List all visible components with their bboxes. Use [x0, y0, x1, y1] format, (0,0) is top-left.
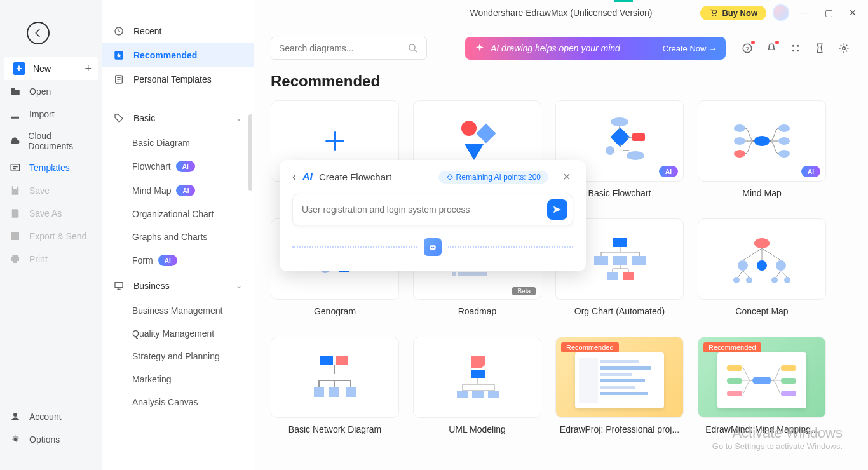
sidebar-label: Account: [29, 412, 62, 422]
svg-rect-51: [623, 272, 634, 280]
svg-rect-46: [613, 238, 627, 247]
nav-group-basic[interactable]: Basic ⌄: [102, 105, 254, 131]
user-avatar[interactable]: [773, 4, 789, 21]
sidebar-item-print[interactable]: Print: [0, 248, 102, 271]
svg-rect-66: [457, 391, 468, 398]
svg-point-27: [734, 137, 745, 145]
plus-icon: +: [85, 62, 92, 76]
sidebar-item-import[interactable]: Import: [0, 103, 102, 126]
sidebar-item-options[interactable]: Options: [0, 428, 102, 451]
nav-group-business[interactable]: Business ⌄: [102, 272, 254, 299]
nav-mind-map[interactable]: Mind MapAI: [102, 178, 254, 203]
popup-close-button[interactable]: ✕: [560, 171, 573, 183]
sidebar-item-save-as[interactable]: Save As: [0, 202, 102, 225]
nav-label: Personal Templates: [133, 74, 212, 84]
ai-drawing-banner[interactable]: AI drawing helps open your mind Create N…: [465, 37, 726, 60]
help-button[interactable]: ?: [740, 41, 755, 56]
nav-form[interactable]: FormAI: [102, 248, 254, 272]
card-label: EdrawProj: Professional proj...: [557, 418, 682, 441]
template-card-mind-map[interactable]: AI Mind Map: [698, 100, 826, 205]
nav-basic-diagram[interactable]: Basic Diagram: [102, 131, 254, 154]
svg-point-59: [784, 277, 790, 283]
svg-point-7: [712, 15, 714, 16]
svg-point-85: [431, 247, 433, 248]
template-card-uml[interactable]: UML Modeling: [413, 337, 541, 441]
nav-business-management[interactable]: Business Management: [102, 299, 254, 322]
presentation-icon: [113, 280, 125, 292]
svg-point-31: [778, 150, 790, 158]
svg-rect-72: [600, 373, 632, 376]
cloud-icon: [9, 135, 20, 147]
nav-recommended[interactable]: Recommended: [102, 43, 254, 67]
sidebar-item-cloud[interactable]: Cloud Documents: [0, 126, 102, 156]
template-card-network[interactable]: Basic Network Diagram: [271, 337, 399, 441]
svg-marker-19: [465, 144, 484, 160]
svg-point-55: [776, 260, 786, 271]
card-label: UML Modeling: [446, 418, 508, 441]
notification-dot: [751, 41, 755, 44]
svg-point-1: [13, 413, 17, 417]
minimize-button[interactable]: ─: [796, 4, 813, 22]
template-card-edrawmind[interactable]: Recommended EdrawMind: Mind Mapping...: [698, 337, 826, 441]
sidebar-item-templates[interactable]: Templates: [0, 156, 102, 179]
save-icon: [9, 184, 22, 197]
title-bar: Wondershare EdrawMax (Unlicensed Version…: [254, 0, 868, 25]
sidebar-label: Export & Send: [29, 231, 86, 241]
svg-rect-75: [600, 392, 648, 395]
nav-strategy-planning[interactable]: Strategy and Planning: [102, 345, 254, 368]
nav-label: Recommended: [133, 50, 197, 60]
svg-rect-80: [781, 365, 796, 371]
sidebar-item-account[interactable]: Account: [0, 405, 102, 428]
nav-label: Basic: [133, 113, 155, 123]
mindmap-icon: [721, 112, 803, 170]
nav-recent[interactable]: Recent: [102, 19, 254, 43]
template-card-concept-map[interactable]: Concept Map: [698, 218, 826, 323]
sidebar-item-export[interactable]: Export & Send: [0, 225, 102, 248]
settings-button[interactable]: [836, 41, 851, 56]
nav-personal-templates[interactable]: Personal Templates: [102, 67, 254, 91]
ai-badge: AI: [176, 161, 195, 172]
sidebar-label: Open: [29, 86, 51, 97]
plus-square-icon: +: [13, 62, 25, 75]
back-button[interactable]: [27, 22, 50, 44]
sidebar-item-new[interactable]: + New +: [4, 57, 98, 80]
popup-back-button[interactable]: ‹: [292, 170, 296, 184]
nav-analysis-canvas[interactable]: Analysis Canvas: [102, 391, 254, 413]
card-label: Mind Map: [740, 182, 783, 205]
nav-marketing[interactable]: Marketing: [102, 368, 254, 391]
toolbar: AI drawing helps open your mind Create N…: [254, 25, 868, 60]
svg-rect-0: [11, 164, 20, 171]
sidebar-item-open[interactable]: Open: [0, 80, 102, 103]
nav-quality-management[interactable]: Quality Management: [102, 322, 254, 345]
notifications-button[interactable]: [764, 41, 779, 56]
sidebar-label: Import: [29, 109, 55, 119]
sidebar-label: Templates: [29, 163, 70, 173]
conceptmap-icon: [721, 231, 803, 288]
svg-point-54: [757, 260, 767, 271]
search-icon: [407, 43, 419, 54]
nav-label: Business: [133, 281, 170, 291]
maximize-button[interactable]: ▢: [820, 4, 837, 22]
svg-text:?: ?: [745, 45, 749, 52]
theme-button[interactable]: [812, 41, 827, 56]
close-button[interactable]: ✕: [844, 4, 862, 22]
sidebar-item-save[interactable]: Save: [0, 179, 102, 202]
send-button[interactable]: [547, 199, 567, 220]
nav-flowchart[interactable]: FlowchartAI: [102, 154, 254, 178]
buy-now-button[interactable]: Buy Now: [700, 6, 766, 20]
search-input[interactable]: [279, 43, 407, 53]
import-icon: [9, 108, 22, 121]
nav-graphs[interactable]: Graphs and Charts: [102, 225, 254, 248]
primary-sidebar: + New + Open Import Cloud Documents Temp…: [0, 0, 102, 470]
svg-rect-49: [632, 256, 646, 265]
search-box[interactable]: [271, 37, 427, 60]
ai-prompt-input[interactable]: [302, 205, 547, 215]
apps-button[interactable]: [788, 41, 803, 56]
svg-rect-61: [336, 356, 348, 365]
send-icon: [552, 205, 562, 215]
scrollbar-thumb[interactable]: [248, 114, 252, 191]
nav-org-chart[interactable]: Organizational Chart: [102, 203, 254, 225]
sidebar-label: Save As: [29, 208, 62, 218]
template-card-edrawproj[interactable]: Recommended EdrawProj: Professional proj…: [555, 337, 684, 441]
svg-point-13: [797, 45, 799, 47]
